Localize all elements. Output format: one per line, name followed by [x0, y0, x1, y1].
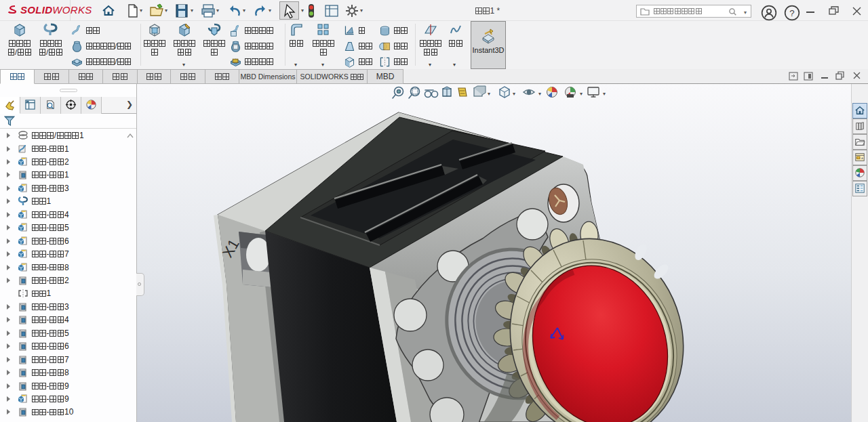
svg-text:▾: ▾	[513, 91, 515, 97]
svg-text:▾: ▾	[488, 91, 490, 97]
svg-text:▾: ▾	[538, 91, 541, 97]
svg-text:▾: ▾	[580, 91, 583, 97]
svg-text:▾: ▾	[603, 91, 606, 97]
svg-text:?: ?	[789, 8, 794, 18]
